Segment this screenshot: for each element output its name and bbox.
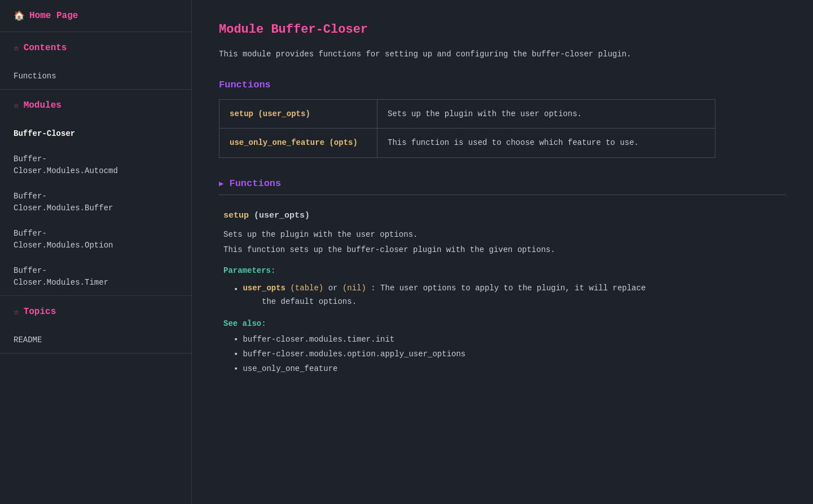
sidebar-home-label: Home Page xyxy=(29,11,78,21)
table-cell-signature[interactable]: setup (user_opts) xyxy=(219,99,377,128)
modules-star-icon: ☆ xyxy=(14,100,19,111)
function-signature-setup: setup (user_opts) xyxy=(223,211,786,220)
function-desc1-setup: Sets up the plugin with the user options… xyxy=(223,228,786,242)
table-row: setup (user_opts)Sets up the plugin with… xyxy=(219,99,715,128)
sidebar-item-buffer-closer[interactable]: Buffer-Closer xyxy=(0,121,191,147)
sidebar-modules-label: Modules xyxy=(24,100,61,110)
sidebar-home[interactable]: 🏠 Home Page xyxy=(0,0,191,32)
see-also-item-option: buffer-closer.modules.option.apply_user_… xyxy=(234,350,786,359)
see-also-item-use-only: use_only_one_feature xyxy=(234,364,786,373)
sidebar-item-buffer[interactable]: Buffer-Closer.Modules.Buffer xyxy=(0,184,191,221)
detail-section-header[interactable]: ▶ Functions xyxy=(219,178,786,195)
main-content: Module Buffer-Closer This module provide… xyxy=(192,0,813,504)
see-also-label: See also: xyxy=(223,319,786,328)
functions-table: setup (user_opts)Sets up the plugin with… xyxy=(219,99,715,158)
sidebar-item-readme[interactable]: README xyxy=(0,328,191,353)
sidebar-contents-label: Contents xyxy=(24,43,67,53)
func-args-setup: (user_opts) xyxy=(249,211,310,220)
param-list: user_opts (table) or (nil) : The user op… xyxy=(234,282,786,309)
table-cell-description: This function is used to choose which fe… xyxy=(377,129,715,157)
sidebar-item-timer[interactable]: Buffer-Closer.Modules.Timer xyxy=(0,258,191,295)
sidebar-item-autocmd[interactable]: Buffer-Closer.Modules.Autocmd xyxy=(0,147,191,184)
sidebar-item-functions[interactable]: Functions xyxy=(0,64,191,89)
see-also-list: buffer-closer.modules.timer.init buffer-… xyxy=(234,335,786,373)
table-cell-signature[interactable]: use_only_one_feature (opts) xyxy=(219,129,377,157)
sidebar-contents[interactable]: ☆ Contents xyxy=(0,32,191,64)
sidebar-topics[interactable]: ☆ Topics xyxy=(0,296,191,328)
table-cell-description: Sets up the plugin with the user options… xyxy=(377,99,715,128)
topics-star-icon: ☆ xyxy=(14,306,19,317)
function-desc2-setup: This function sets up the buffer-closer … xyxy=(223,244,786,257)
function-detail-setup: setup (user_opts) Sets up the plugin wit… xyxy=(219,211,786,373)
page-title: Module Buffer-Closer xyxy=(219,23,786,37)
detail-section-title: Functions xyxy=(229,178,281,189)
param-name-user-opts: user_opts (table) or (nil) : The user op… xyxy=(243,282,645,309)
chevron-right-icon: ▶ xyxy=(219,179,223,188)
table-row: use_only_one_feature (opts)This function… xyxy=(219,129,715,157)
functions-section-title: Functions xyxy=(219,79,786,90)
sidebar-modules[interactable]: ☆ Modules xyxy=(0,90,191,121)
sidebar-item-option[interactable]: Buffer-Closer.Modules.Option xyxy=(0,221,191,258)
params-label: Parameters: xyxy=(223,266,786,275)
home-icon: 🏠 xyxy=(14,10,25,21)
see-also-item-timer: buffer-closer.modules.timer.init xyxy=(234,335,786,344)
page-description: This module provides functions for setti… xyxy=(219,48,786,61)
contents-star-icon: ☆ xyxy=(14,42,19,54)
param-item-user-opts: user_opts (table) or (nil) : The user op… xyxy=(234,282,786,309)
func-name-setup: setup xyxy=(223,211,249,220)
sidebar: 🏠 Home Page ☆ Contents Functions ☆ Modul… xyxy=(0,0,192,504)
sidebar-topics-label: Topics xyxy=(24,307,56,317)
